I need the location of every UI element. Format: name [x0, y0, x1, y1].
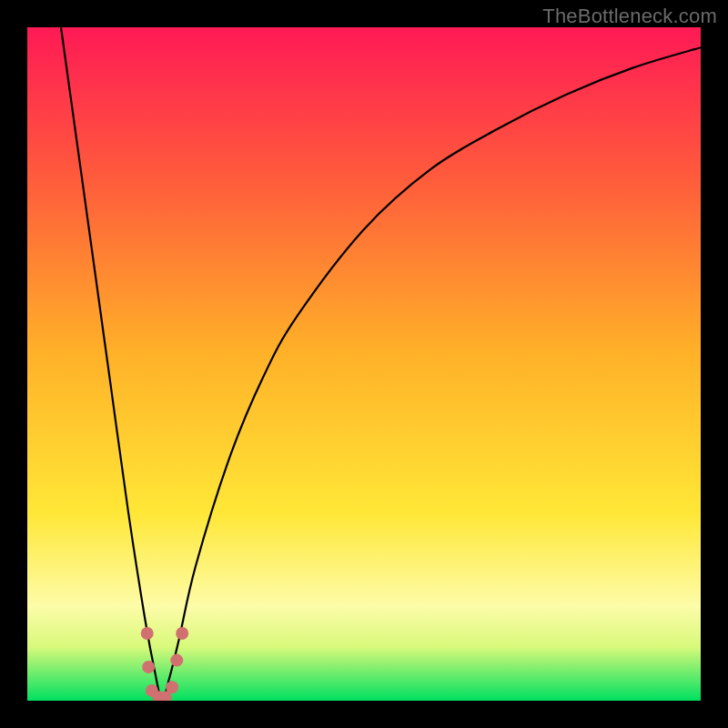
marker-dot [142, 661, 155, 673]
marker-dot [176, 627, 188, 640]
marker-dot [170, 654, 183, 667]
chart-frame: TheBottleneck.com [0, 0, 728, 728]
plot-area [27, 27, 701, 701]
sample-markers [141, 627, 188, 701]
marker-dot [166, 681, 178, 693]
bottleneck-curve [61, 27, 701, 701]
curve-layer [27, 27, 701, 701]
watermark-text: TheBottleneck.com [542, 5, 717, 28]
marker-dot [141, 627, 154, 640]
